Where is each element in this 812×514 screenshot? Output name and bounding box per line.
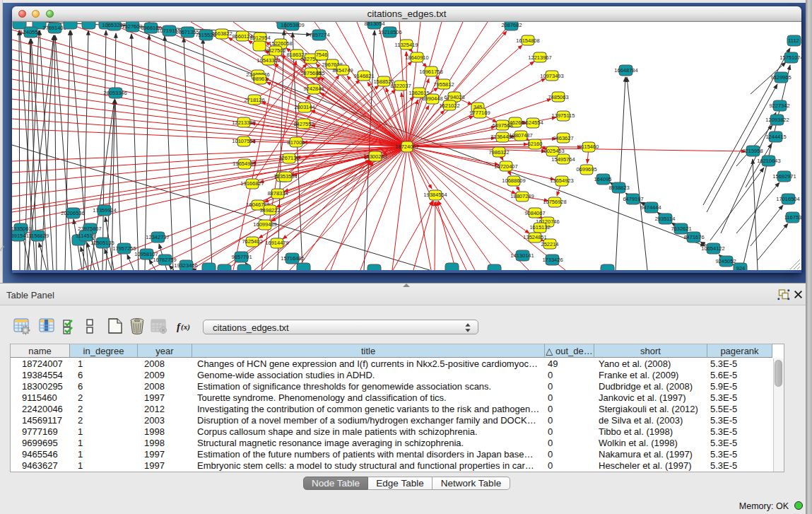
svg-text:0699695: 0699695 [576, 166, 596, 173]
svg-text:8215958: 8215958 [742, 148, 763, 154]
svg-text:15495764: 15495764 [551, 156, 575, 163]
svg-text:20206536: 20206536 [61, 210, 84, 216]
svg-text:10107553: 10107553 [232, 138, 255, 144]
svg-text:13654923: 13654923 [550, 177, 573, 184]
svg-text:16210643: 16210643 [757, 158, 780, 164]
svg-text:1362615: 1362615 [408, 90, 429, 96]
svg-text:12213389: 12213389 [232, 119, 255, 126]
svg-text:17016504: 17016504 [776, 196, 799, 202]
svg-text:7625402: 7625402 [242, 238, 262, 245]
svg-text:7663822: 7663822 [211, 30, 232, 37]
svg-text:17359924: 17359924 [93, 207, 116, 214]
svg-text:8938823: 8938823 [608, 185, 629, 191]
svg-text:9115460: 9115460 [579, 144, 599, 150]
svg-text:8471676: 8471676 [683, 234, 704, 240]
svg-text:19323466: 19323466 [174, 262, 197, 269]
svg-text:16914479: 16914479 [265, 240, 288, 246]
svg-text:12342737: 12342737 [146, 234, 169, 240]
svg-text:6794028: 6794028 [444, 94, 464, 100]
svg-text:16782759: 16782759 [153, 257, 176, 263]
svg-text:1114519: 1114519 [76, 233, 95, 239]
svg-text:18640910: 18640910 [405, 54, 428, 61]
svg-text:27691406: 27691406 [42, 25, 66, 31]
svg-text:28053346: 28053346 [103, 90, 126, 96]
svg-text:11325419: 11325419 [395, 42, 418, 48]
svg-text:19166827: 19166827 [240, 180, 264, 187]
svg-text:9245052: 9245052 [715, 258, 736, 264]
svg-text:1621022: 1621022 [439, 103, 459, 109]
svg-text:8454749: 8454749 [332, 67, 353, 74]
svg-text:12505135: 12505135 [90, 240, 114, 246]
svg-text:8322037: 8322037 [390, 83, 411, 89]
svg-text:18807249: 18807249 [510, 193, 534, 199]
svg-text:19218506: 19218506 [378, 29, 401, 35]
svg-text:12353594: 12353594 [273, 173, 297, 180]
svg-text:7632621: 7632621 [671, 226, 691, 232]
svg-text:3624554: 3624554 [522, 119, 543, 126]
svg-text:18724007: 18724007 [395, 144, 418, 150]
svg-text:6497568: 6497568 [492, 122, 512, 129]
svg-text:9474444: 9474444 [640, 204, 661, 211]
svg-text:9227342: 9227342 [769, 103, 789, 109]
svg-text:9857791: 9857791 [231, 254, 252, 260]
svg-text:10756928: 10756928 [543, 199, 566, 205]
svg-text:10025453: 10025453 [541, 148, 564, 154]
svg-text:16053809: 16053809 [281, 22, 304, 28]
svg-text:2803144: 2803144 [294, 104, 314, 110]
svg-text:(x): (x) [181, 322, 190, 332]
svg-text:15716485: 15716485 [281, 255, 304, 262]
svg-text:12093822: 12093822 [765, 117, 789, 123]
svg-text:9329965: 9329965 [770, 74, 791, 81]
svg-text:8427552: 8427552 [293, 121, 314, 127]
svg-text:12213967: 12213967 [528, 54, 551, 61]
svg-text:1112: 1112 [788, 37, 799, 44]
svg-text:3267130: 3267130 [278, 155, 299, 161]
svg-text:9084067: 9084067 [524, 210, 545, 216]
svg-text:8912954: 8912954 [249, 35, 270, 41]
svg-text:25300203: 25300203 [363, 153, 387, 160]
svg-text:15720407: 15720407 [494, 163, 517, 170]
svg-text:1244415: 1244415 [765, 134, 786, 140]
svg-text:7546: 7546 [316, 52, 328, 58]
svg-text:6479197: 6479197 [623, 196, 643, 202]
svg-text:16961758: 16961758 [419, 69, 442, 75]
svg-text:817006: 817006 [287, 139, 305, 146]
svg-text:3498222: 3498222 [259, 207, 280, 214]
svg-text:7485063: 7485063 [548, 94, 568, 100]
svg-text:1327602: 1327602 [122, 23, 142, 30]
svg-text:10807487: 10807487 [509, 132, 532, 139]
svg-text:13975115: 13975115 [552, 112, 575, 119]
svg-text:7955812: 7955812 [433, 81, 454, 88]
svg-text:7986322: 7986322 [488, 149, 509, 156]
svg-text:9146821: 9146821 [353, 73, 374, 79]
svg-text:16154808: 16154808 [516, 37, 539, 44]
svg-text:7857274: 7857274 [309, 32, 329, 38]
svg-text:17957255: 17957255 [112, 245, 136, 252]
svg-text:1733426: 1733426 [542, 257, 563, 263]
svg-text:2935114: 2935114 [655, 216, 676, 222]
svg-text:116753: 116753 [784, 214, 801, 221]
svg-text:11156829: 11156829 [26, 233, 49, 239]
svg-text:19654985: 19654985 [233, 160, 256, 167]
svg-text:9242848: 9242848 [303, 86, 324, 92]
svg-text:10973493: 10973493 [540, 73, 563, 79]
svg-text:8813054: 8813054 [364, 22, 384, 27]
svg-text:16099489: 16099489 [253, 221, 276, 228]
svg-text:5875685: 5875685 [300, 70, 321, 76]
svg-text:1615132: 1615132 [529, 224, 550, 230]
svg-text:13524851: 13524851 [523, 234, 546, 240]
svg-text:14130141: 14130141 [510, 252, 534, 259]
svg-text:1240557: 1240557 [20, 29, 40, 35]
svg-text:39154: 39154 [12, 233, 25, 239]
svg-text:10688609: 10688609 [502, 177, 525, 184]
svg-text:10543362: 10543362 [257, 57, 280, 64]
svg-text:9827502: 9827502 [265, 47, 286, 54]
svg-text:252214: 252214 [541, 241, 558, 247]
svg-text:10654122: 10654122 [701, 245, 724, 252]
svg-text:2718126: 2718126 [244, 97, 264, 103]
svg-text:15751074: 15751074 [779, 54, 801, 61]
svg-text:98961: 98961 [253, 76, 268, 82]
svg-text:924: 924 [736, 265, 746, 270]
svg-text:164095: 164095 [594, 176, 611, 182]
svg-text:9777169: 9777169 [469, 110, 490, 116]
